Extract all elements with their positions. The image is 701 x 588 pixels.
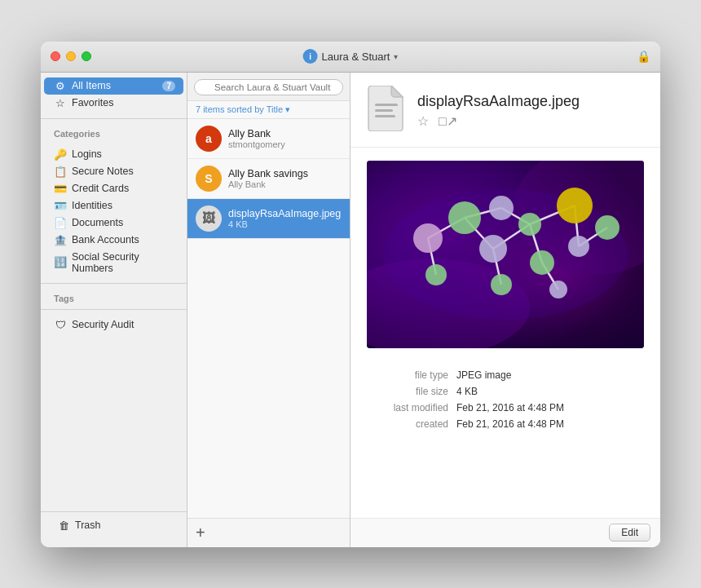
sidebar-item-logins[interactable]: 🔑 Logins	[44, 146, 183, 163]
sidebar-item-social-security[interactable]: 🔢 Social Security Numbers	[44, 249, 183, 276]
search-bar: 🔍	[187, 73, 350, 101]
sidebar-item-security-audit[interactable]: 🛡 Security Audit	[44, 316, 183, 334]
favorites-icon: ☆	[54, 97, 67, 109]
credit-cards-icon: 💳	[54, 183, 67, 195]
detail-metadata: file type JPEG image file size 4 KB last…	[350, 361, 660, 443]
sidebar-item-favorites[interactable]: ☆ Favorites	[44, 95, 183, 112]
ally-savings-title: Ally Bank savings	[228, 168, 342, 179]
items-list: a Ally Bank stmontgomery S Ally Bank sav…	[187, 119, 350, 518]
ally-savings-subtitle: Ally Bank	[228, 179, 342, 189]
maximize-button[interactable]	[82, 51, 91, 61]
image-preview	[367, 161, 644, 348]
svg-point-28	[595, 215, 619, 240]
detail-footer: Edit	[350, 518, 660, 547]
categories-label: Categories	[41, 122, 187, 141]
sidebar-divider-3	[41, 309, 187, 310]
detail-file-name: displayRsaAaImage.jpeg	[417, 93, 644, 110]
vault-name: Laura & Stuart	[322, 51, 390, 63]
logins-icon: 🔑	[54, 148, 67, 161]
sort-bar: 7 items sorted by Title ▾	[187, 101, 350, 119]
svg-point-23	[479, 235, 507, 263]
edit-button[interactable]: Edit	[609, 524, 650, 542]
list-item-display-rsa[interactable]: 🖼 displayRsaAaImage.jpeg 4 KB	[187, 199, 350, 239]
star-icon[interactable]: ☆	[417, 113, 429, 129]
meta-row-file-size: file size 4 KB	[375, 386, 636, 397]
display-rsa-avatar: 🖼	[196, 206, 222, 232]
svg-point-31	[549, 281, 567, 298]
detail-title-area: displayRsaAaImage.jpeg ☆ □↗	[417, 93, 644, 129]
vault-icon: i	[303, 49, 318, 64]
sidebar-categories-section: 🔑 Logins 📋 Secure Notes 💳 Credit Cards 🪪…	[41, 141, 187, 280]
main-area: ⚙ All Items 7 ☆ Favorites Categories 🔑 L…	[41, 73, 660, 547]
svg-point-29	[425, 264, 447, 285]
svg-point-24	[518, 213, 541, 236]
created-value: Feb 21, 2016 at 4:48 PM	[456, 418, 564, 430]
created-label: created	[375, 418, 448, 430]
security-audit-icon: 🛡	[54, 319, 67, 331]
secure-notes-label: Secure Notes	[72, 166, 134, 177]
secure-notes-icon: 📋	[54, 166, 67, 178]
chevron-down-icon: ▾	[394, 52, 398, 61]
minimize-button[interactable]	[66, 51, 76, 61]
detail-header: displayRsaAaImage.jpeg ☆ □↗	[350, 73, 660, 148]
file-type-value: JPEG image	[456, 369, 511, 381]
list-item-ally-bank[interactable]: a Ally Bank stmontgomery	[187, 119, 350, 159]
items-count: 7 items sorted by	[196, 104, 267, 114]
list-item-ally-savings[interactable]: S Ally Bank savings Ally Bank	[187, 159, 350, 199]
sidebar-item-secure-notes[interactable]: 📋 Secure Notes	[44, 163, 183, 180]
search-input[interactable]	[194, 79, 343, 95]
traffic-lights	[51, 51, 91, 61]
middle-footer: +	[187, 518, 350, 547]
last-modified-label: last modified	[375, 402, 448, 413]
svg-point-20	[413, 223, 443, 253]
ally-bank-info: Ally Bank stmontgomery	[228, 128, 342, 149]
display-rsa-info: displayRsaAaImage.jpeg 4 KB	[228, 208, 342, 229]
all-items-label: All Items	[72, 80, 111, 91]
file-type-label: file type	[375, 369, 448, 381]
detail-actions: ☆ □↗	[417, 113, 644, 129]
ally-bank-title: Ally Bank	[228, 128, 342, 139]
sidebar-item-credit-cards[interactable]: 💳 Credit Cards	[44, 180, 183, 197]
ally-bank-subtitle: stmontgomery	[228, 139, 342, 149]
app-window: i Laura & Stuart ▾ 🔒 ⚙ All Items 7 ☆ Fav…	[41, 42, 660, 547]
trash-label: Trash	[75, 519, 101, 531]
sidebar-divider-2	[41, 283, 187, 284]
sidebar-item-documents[interactable]: 📄 Documents	[44, 214, 183, 232]
trash-icon: 🗑	[57, 519, 70, 532]
sidebar-item-all-items[interactable]: ⚙ All Items 7	[44, 77, 183, 95]
file-size-label: file size	[375, 386, 448, 397]
all-items-badge: 7	[162, 81, 175, 91]
add-item-button[interactable]: +	[196, 524, 205, 541]
meta-row-created: created Feb 21, 2016 at 4:48 PM	[375, 418, 636, 430]
documents-label: Documents	[72, 217, 123, 228]
search-wrapper: 🔍	[194, 79, 343, 95]
middle-panel: 🔍 7 items sorted by Title ▾ a Ally Bank …	[187, 73, 350, 547]
lock-icon[interactable]: 🔒	[637, 50, 650, 63]
close-button[interactable]	[51, 51, 60, 61]
titlebar: i Laura & Stuart ▾ 🔒	[41, 42, 660, 73]
ally-bank-avatar: a	[196, 126, 222, 152]
vault-selector[interactable]: i Laura & Stuart ▾	[303, 49, 399, 64]
sidebar-item-bank-accounts[interactable]: 🏦 Bank Accounts	[44, 232, 183, 249]
bank-accounts-label: Bank Accounts	[72, 234, 139, 245]
share-icon[interactable]: □↗	[439, 113, 457, 129]
sort-field[interactable]: Title ▾	[267, 104, 290, 114]
documents-icon: 📄	[54, 217, 67, 229]
social-security-icon: 🔢	[54, 256, 67, 268]
tags-label: Tags	[41, 287, 187, 306]
svg-point-22	[489, 196, 514, 220]
sidebar-item-identities[interactable]: 🪪 Identities	[44, 197, 183, 214]
sidebar-divider-1	[41, 118, 187, 119]
detail-content: file type JPEG image file size 4 KB last…	[350, 148, 660, 518]
meta-row-file-type: file type JPEG image	[375, 369, 636, 381]
logins-label: Logins	[72, 148, 102, 160]
file-icon-large	[367, 86, 406, 137]
sidebar-item-trash[interactable]: 🗑 Trash	[47, 517, 180, 534]
security-audit-label: Security Audit	[72, 319, 134, 330]
identities-icon: 🪪	[54, 200, 67, 212]
svg-point-30	[491, 274, 512, 295]
detail-panel: displayRsaAaImage.jpeg ☆ □↗	[350, 73, 660, 547]
sidebar-bottom: 🗑 Trash	[41, 511, 187, 539]
favorites-label: Favorites	[72, 97, 113, 108]
svg-point-27	[568, 236, 589, 257]
